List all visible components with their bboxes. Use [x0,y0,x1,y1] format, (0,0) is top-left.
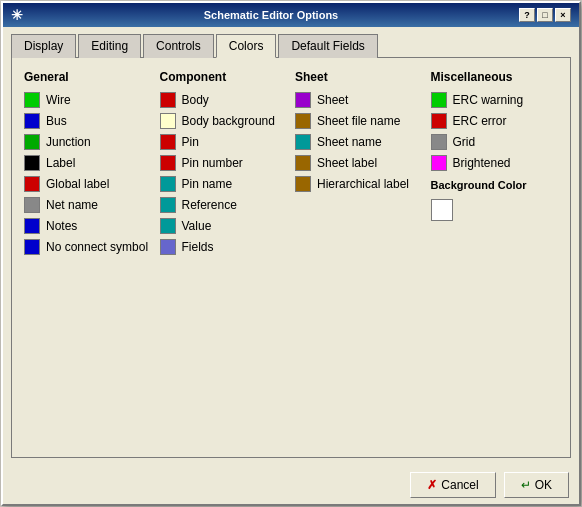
erc-error-label: ERC error [453,114,507,128]
sheet-file-name-color-swatch[interactable] [295,113,311,129]
list-item[interactable]: Reference [160,197,288,213]
net-name-color-swatch[interactable] [24,197,40,213]
pin-color-swatch[interactable] [160,134,176,150]
pin-number-label: Pin number [182,156,243,170]
hierarchical-label-color-swatch[interactable] [295,176,311,192]
cancel-label: Cancel [441,478,478,492]
list-item[interactable]: Global label [24,176,152,192]
body-background-label: Body background [182,114,275,128]
list-item[interactable]: Sheet file name [295,113,423,129]
list-item[interactable]: Notes [24,218,152,234]
reference-label: Reference [182,198,237,212]
sheet-label-label: Sheet label [317,156,377,170]
value-color-swatch[interactable] [160,218,176,234]
grid-color-swatch[interactable] [431,134,447,150]
background-color-header: Background Color [431,179,559,191]
close-button[interactable]: × [555,8,571,22]
erc-error-color-swatch[interactable] [431,113,447,129]
sheet-file-name-label: Sheet file name [317,114,400,128]
minimize-button[interactable]: ? [519,8,535,22]
list-item[interactable]: Body [160,92,288,108]
list-item[interactable]: Fields [160,239,288,255]
tab-default-fields[interactable]: Default Fields [278,34,377,58]
list-item[interactable]: Sheet [295,92,423,108]
brightened-label: Brightened [453,156,511,170]
color-columns: General Wire Bus Junction Label [24,70,558,260]
junction-label: Junction [46,135,91,149]
tab-editing[interactable]: Editing [78,34,141,58]
junction-color-swatch[interactable] [24,134,40,150]
list-item[interactable]: Bus [24,113,152,129]
component-column: Component Body Body background Pin Pin n… [160,70,288,260]
sheet-name-label: Sheet name [317,135,382,149]
body-label: Body [182,93,209,107]
brightened-color-swatch[interactable] [431,155,447,171]
tab-content: General Wire Bus Junction Label [11,57,571,458]
pin-name-label: Pin name [182,177,233,191]
title-bar: ✳ Schematic Editor Options ? □ × [3,3,579,27]
sheet-color-swatch[interactable] [295,92,311,108]
sheet-header: Sheet [295,70,423,84]
list-item[interactable]: Hierarchical label [295,176,423,192]
list-item[interactable]: Net name [24,197,152,213]
app-icon: ✳ [11,7,23,23]
list-item[interactable]: Pin name [160,176,288,192]
list-item[interactable]: Wire [24,92,152,108]
erc-warning-color-swatch[interactable] [431,92,447,108]
global-label-label: Global label [46,177,109,191]
list-item[interactable]: Pin [160,134,288,150]
general-column: General Wire Bus Junction Label [24,70,152,260]
body-color-swatch[interactable] [160,92,176,108]
label-label: Label [46,156,75,170]
list-item[interactable]: ERC error [431,113,559,129]
component-header: Component [160,70,288,84]
list-item[interactable]: Grid [431,134,559,150]
pin-label: Pin [182,135,199,149]
erc-warning-label: ERC warning [453,93,524,107]
wire-color-swatch[interactable] [24,92,40,108]
list-item[interactable]: Label [24,155,152,171]
sheet-label-color-swatch[interactable] [295,155,311,171]
fields-color-swatch[interactable] [160,239,176,255]
notes-label: Notes [46,219,77,233]
background-color-swatch[interactable] [431,199,453,221]
tab-colors[interactable]: Colors [216,34,277,58]
no-connect-label: No connect symbol [46,240,148,254]
cancel-button[interactable]: ✗ Cancel [410,472,495,498]
maximize-button[interactable]: □ [537,8,553,22]
list-item[interactable]: Junction [24,134,152,150]
general-header: General [24,70,152,84]
pin-name-color-swatch[interactable] [160,176,176,192]
bus-label: Bus [46,114,67,128]
notes-color-swatch[interactable] [24,218,40,234]
wire-label: Wire [46,93,71,107]
cancel-icon: ✗ [427,478,437,492]
list-item[interactable]: No connect symbol [24,239,152,255]
list-item[interactable]: ERC warning [431,92,559,108]
list-item[interactable]: Body background [160,113,288,129]
body-background-color-swatch[interactable] [160,113,176,129]
ok-label: OK [535,478,552,492]
ok-icon: ↵ [521,478,531,492]
sheet-name-color-swatch[interactable] [295,134,311,150]
list-item[interactable]: Brightened [431,155,559,171]
list-item[interactable]: Sheet name [295,134,423,150]
ok-button[interactable]: ↵ OK [504,472,569,498]
no-connect-color-swatch[interactable] [24,239,40,255]
sheet-column: Sheet Sheet Sheet file name Sheet name S… [295,70,423,260]
sheet-label: Sheet [317,93,348,107]
tab-display[interactable]: Display [11,34,76,58]
list-item[interactable]: Sheet label [295,155,423,171]
list-item[interactable]: Value [160,218,288,234]
global-label-color-swatch[interactable] [24,176,40,192]
list-item[interactable]: Pin number [160,155,288,171]
net-name-label: Net name [46,198,98,212]
reference-color-swatch[interactable] [160,197,176,213]
window-title: Schematic Editor Options [23,9,519,21]
pin-number-color-swatch[interactable] [160,155,176,171]
label-color-swatch[interactable] [24,155,40,171]
tab-controls[interactable]: Controls [143,34,214,58]
miscellaneous-column: Miscellaneous ERC warning ERC error Grid… [431,70,559,260]
title-buttons: ? □ × [519,8,571,22]
bus-color-swatch[interactable] [24,113,40,129]
